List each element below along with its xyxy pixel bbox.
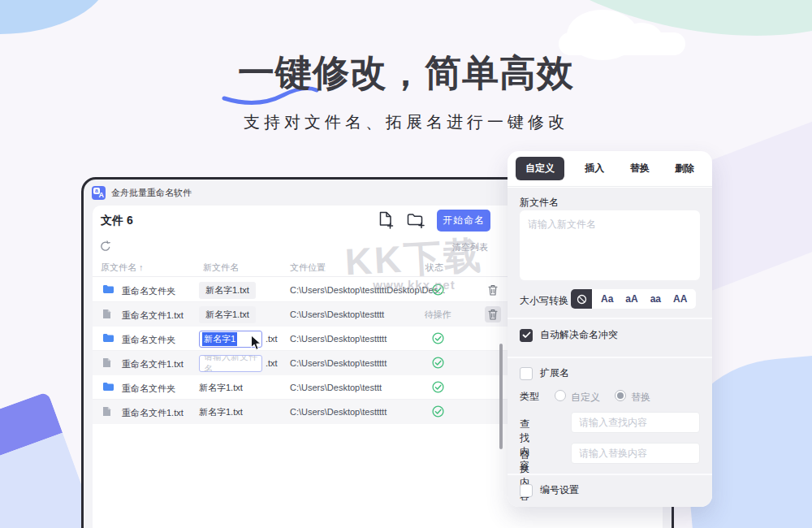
new-filename-cell[interactable]: 新名字1.txt [199, 327, 278, 351]
type-label: 类型 [520, 390, 539, 404]
original-filename: 重命名文件夹 [122, 285, 175, 297]
original-filename: 重命名文件1.txt [122, 309, 184, 322]
auto-conflict-label: 自动解决命名冲突 [540, 328, 618, 342]
status-cell [420, 278, 456, 302]
extension-suffix: .txt [266, 358, 278, 368]
new-filename-cell[interactable]: 新名字1.txt [199, 400, 243, 424]
status-cell: 待操作 [420, 302, 456, 327]
extension-row: 扩展名 [520, 366, 569, 380]
case-convert-label: 大小写转换 [520, 294, 568, 308]
file-icon [102, 309, 111, 321]
check-circle-icon [432, 357, 444, 370]
new-filename-cell[interactable]: 请输入新文件名.txt [199, 351, 278, 375]
selected-text: 新名字1 [202, 332, 237, 346]
case-options: AaaAaaAA [592, 289, 696, 309]
file-location: C:\Users\Desktop\testttt [290, 309, 384, 319]
original-filename: 重命名文件1.txt [122, 358, 184, 370]
new-filename-text: 新名字1.txt [199, 382, 243, 394]
clear-list-button[interactable]: 清空列表 [452, 241, 488, 253]
start-rename-button[interactable]: 开始命名 [437, 210, 490, 232]
vertical-scrollbar[interactable] [499, 344, 503, 449]
case-option-AA[interactable]: AA [673, 293, 687, 305]
file-location: C:\Users\Desktop\testtttt [290, 407, 387, 417]
case-option-aa[interactable]: aa [650, 293, 661, 305]
add-file-icon[interactable] [378, 211, 394, 232]
type-radio-label: 替换 [631, 391, 650, 405]
case-none-button[interactable] [571, 289, 592, 309]
file-location: C:\Users\Desktop\testtt [290, 383, 382, 392]
tab-1[interactable]: 插入 [580, 157, 609, 180]
page: 一键修改，简单高效 支持对文件名、拓展名进行一键修改 aA 金舟批量重命名软件 … [0, 0, 812, 528]
extension-label: 扩展名 [540, 366, 569, 380]
numbering-checkbox[interactable] [520, 484, 533, 497]
trash-icon[interactable] [485, 306, 501, 322]
folder-icon [102, 333, 114, 344]
new-filename-cell[interactable]: 新名字1.txt [199, 302, 256, 327]
status-cell [420, 327, 456, 351]
type-row: 类型 自定义替换 [520, 389, 700, 402]
new-filename-textarea[interactable] [520, 210, 700, 280]
case-option-aA[interactable]: aA [625, 293, 637, 305]
check-circle-icon [432, 405, 444, 419]
status-cell [420, 351, 456, 375]
type-radio-替换[interactable] [615, 390, 626, 401]
case-convert-row: 大小写转换 [520, 291, 568, 310]
folder-icon [102, 382, 114, 393]
new-filename-text: 新名字1.txt [199, 406, 243, 418]
auto-conflict-row: 自动解决命名冲突 [520, 328, 618, 342]
extension-checkbox[interactable] [520, 367, 533, 380]
check-circle-icon [432, 332, 444, 346]
column-new-name: 新文件名 [203, 262, 239, 274]
new-filename-chip: 新名字1.txt [199, 306, 256, 323]
folder-icon [102, 284, 114, 296]
original-filename: 重命名文件夹 [122, 334, 175, 346]
corner-blob-decoration [0, 0, 110, 34]
section-divider [508, 357, 712, 358]
hero-subtitle: 支持对文件名、拓展名进行一键修改 [0, 111, 812, 133]
replace-input[interactable] [571, 443, 700, 464]
type-radio-label: 自定义 [571, 391, 600, 405]
status-cell [420, 375, 456, 400]
add-folder-icon[interactable] [407, 213, 425, 232]
hero-title: 一键修改，简单高效 [0, 49, 812, 97]
case-convert-control: AaaAaaAA [571, 289, 696, 309]
column-location: 文件位置 [290, 262, 326, 274]
file-icon [102, 406, 111, 418]
extension-suffix: .txt [266, 334, 278, 344]
numbering-row: 编号设置 [520, 483, 579, 497]
file-location: C:\Users\Desktop\testtttt [290, 334, 387, 344]
section-divider [508, 474, 712, 475]
tab-2[interactable]: 替换 [625, 157, 654, 180]
original-filename: 重命名文件夹 [122, 383, 175, 395]
file-location: C:\Users\Desktop\testtttt [290, 358, 387, 368]
status-cell [420, 400, 456, 424]
case-option-Aa[interactable]: Aa [601, 293, 613, 305]
file-icon [102, 357, 111, 370]
check-circle-icon [432, 381, 444, 395]
new-filename-chip: 新名字1.txt [199, 282, 256, 299]
tab-0[interactable]: 自定义 [516, 157, 564, 180]
new-filename-input[interactable]: 请输入新文件名 [199, 355, 262, 372]
new-filename-input[interactable]: 新名字1 [199, 331, 262, 348]
column-original-name[interactable]: 原文件名 ↑ [101, 262, 144, 274]
original-filename: 重命名文件1.txt [122, 407, 184, 419]
status-text: 待操作 [425, 309, 451, 321]
window-title: 金舟批量重命名软件 [111, 187, 192, 199]
new-filename-cell[interactable]: 新名字1.txt [199, 375, 243, 400]
find-input[interactable] [571, 412, 700, 433]
check-circle-icon [432, 283, 444, 297]
auto-conflict-checkbox[interactable] [520, 329, 533, 342]
undo-icon[interactable] [100, 240, 111, 255]
panel-body: 新文件名 大小写转换 AaaAaaAA 自动解决命名冲突 [508, 188, 712, 507]
panel-tabs: 自定义插入替换删除 [508, 151, 712, 187]
tab-3[interactable]: 删除 [670, 157, 699, 180]
app-logo-icon: aA [92, 186, 106, 200]
new-filename-label: 新文件名 [520, 196, 559, 210]
circle-slash-icon [577, 294, 587, 305]
type-radio-自定义[interactable] [555, 390, 566, 401]
trash-icon[interactable] [485, 282, 501, 298]
column-status: 状态 [425, 262, 443, 274]
new-filename-cell[interactable]: 新名字1.txt [199, 278, 256, 302]
settings-panel: 自定义插入替换删除 新文件名 大小写转换 AaaAaaAA [508, 151, 712, 507]
section-divider [508, 318, 712, 319]
